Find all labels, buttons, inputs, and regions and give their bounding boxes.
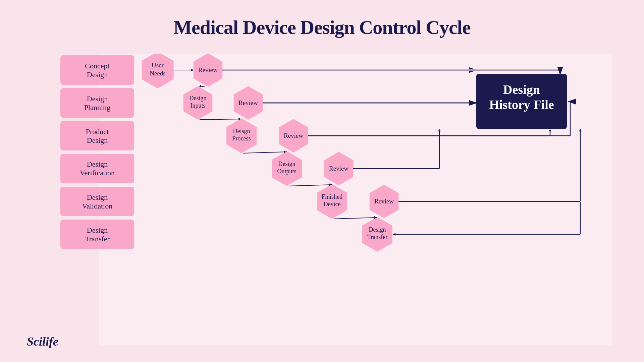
svg-text:Inputs: Inputs: [191, 102, 206, 109]
svg-text:Design: Design: [190, 95, 207, 102]
svg-text:Review: Review: [198, 66, 218, 73]
svg-rect-16: [60, 220, 134, 249]
svg-text:Process: Process: [232, 135, 251, 142]
svg-text:Validation: Validation: [82, 202, 112, 210]
svg-text:Review: Review: [374, 198, 394, 205]
svg-text:User: User: [152, 62, 164, 69]
svg-text:Review: Review: [284, 132, 303, 139]
brand-logo: Scilife: [27, 335, 58, 349]
svg-text:Design: Design: [87, 136, 108, 144]
svg-text:Deisgn: Deisgn: [233, 128, 250, 134]
svg-text:Design: Design: [87, 226, 108, 234]
svg-text:History File: History File: [489, 98, 554, 112]
svg-text:Review: Review: [238, 99, 258, 106]
page-title: Medical Device Design Control Cycle: [0, 0, 644, 39]
svg-text:Design: Design: [87, 193, 108, 201]
svg-rect-7: [60, 121, 134, 150]
svg-text:Concept: Concept: [85, 62, 109, 70]
svg-text:Needs: Needs: [150, 70, 165, 77]
svg-text:Transfer: Transfer: [367, 234, 387, 240]
svg-text:Outputs: Outputs: [277, 168, 296, 175]
svg-text:Design: Design: [503, 82, 540, 97]
svg-text:Review: Review: [329, 165, 348, 172]
diagram-svg: Concept Design Design Planning Product D…: [27, 54, 617, 345]
svg-rect-1: [60, 55, 134, 85]
svg-text:Finished: Finished: [322, 193, 342, 200]
diagram-area: Concept Design Design Planning Product D…: [27, 54, 617, 335]
svg-text:Planning: Planning: [84, 103, 110, 112]
svg-text:Product: Product: [86, 127, 109, 136]
svg-text:Verification: Verification: [80, 169, 115, 177]
svg-text:Design: Design: [369, 226, 386, 233]
svg-text:Design: Design: [87, 95, 108, 103]
svg-text:Design: Design: [87, 70, 108, 79]
svg-rect-4: [60, 88, 134, 118]
svg-rect-13: [60, 187, 134, 216]
svg-text:Design: Design: [87, 160, 108, 168]
svg-text:Transfer: Transfer: [85, 235, 110, 243]
svg-text:Device: Device: [324, 201, 341, 207]
svg-text:Design: Design: [278, 161, 296, 167]
